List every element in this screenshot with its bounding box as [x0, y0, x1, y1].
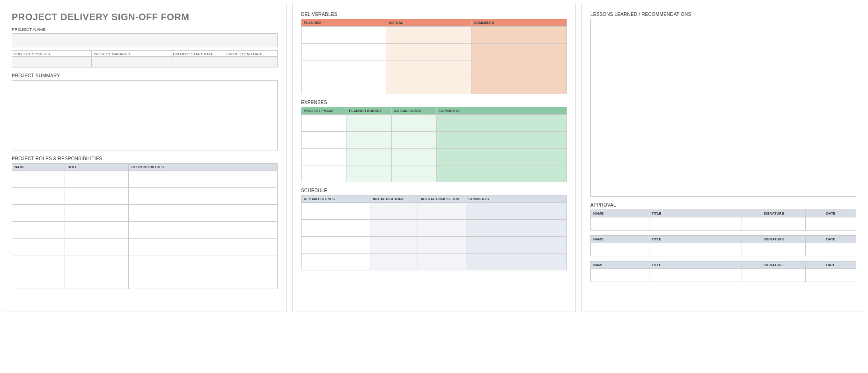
meta-manager-field[interactable] — [92, 56, 171, 67]
approval-block-2: NAME TITLE SIGNATURE DATE — [590, 235, 856, 256]
exp-th-budget: PLANNED BUDGET — [346, 107, 391, 115]
appr-th-sig: SIGNATURE — [742, 236, 806, 243]
appr-th-name: NAME — [591, 261, 649, 269]
exp-th-phase: PROJECT PHASE — [302, 107, 346, 115]
lessons-label: LESSONS LEARNED / RECOMMENDATIONS — [590, 12, 856, 17]
appr-th-sig: SIGNATURE — [742, 261, 806, 269]
summary-label: PROJECT SUMMARY — [12, 73, 278, 78]
project-name-field[interactable] — [12, 33, 278, 47]
sched-th-actual: ACTUAL COMPLETION — [418, 195, 466, 203]
exp-th-comments: COMMENTS — [437, 107, 567, 115]
sched-th-milestones: KEY MILESTONES — [302, 195, 370, 203]
approval-table: NAME TITLE SIGNATURE DATE — [590, 235, 856, 256]
meta-sponsor-label: PROJECT SPONSOR — [12, 51, 91, 56]
appr-th-title: TITLE — [649, 210, 742, 217]
schedule-label: SCHEDULE — [301, 188, 567, 193]
approval-table: NAME TITLE SIGNATURE DATE — [590, 209, 856, 231]
deliverables-label: DELIVERABLES — [301, 12, 567, 17]
table-row[interactable] — [12, 205, 278, 222]
roles-table: NAME ROLE RESPONSIBILITIES — [12, 163, 278, 289]
exp-th-actual: ACTUAL COSTS — [391, 107, 436, 115]
appr-th-title: TITLE — [649, 261, 742, 269]
roles-label: PROJECT ROLES & RESPONSIBILITIES — [12, 156, 278, 161]
deliverables-table: PLANNED ACTUAL COMMENTS — [301, 19, 567, 94]
table-row[interactable] — [12, 255, 278, 272]
table-row[interactable] — [302, 165, 567, 182]
meta-end-label: PROJECT END DATE — [224, 51, 277, 56]
sched-th-comments: COMMENTS — [466, 195, 567, 203]
schedule-table: KEY MILESTONES INITIAL DEADLINE ACTUAL C… — [301, 195, 567, 270]
page-1: PROJECT DELIVERY SIGN-OFF FORM PROJECT N… — [3, 3, 287, 312]
appr-th-name: NAME — [591, 236, 649, 243]
table-row[interactable] — [302, 220, 567, 237]
table-row[interactable] — [12, 171, 278, 188]
sched-th-initial: INITIAL DEADLINE — [370, 195, 418, 203]
meta-end: PROJECT END DATE — [224, 50, 278, 67]
table-row[interactable] — [12, 239, 278, 255]
table-row[interactable] — [302, 149, 567, 165]
project-name-label: PROJECT NAME — [12, 27, 278, 32]
table-row[interactable] — [591, 243, 856, 256]
table-row[interactable] — [302, 237, 567, 254]
appr-th-date: DATE — [806, 236, 856, 243]
meta-sponsor-field[interactable] — [12, 56, 91, 67]
appr-th-name: NAME — [591, 210, 649, 217]
meta-start-field[interactable] — [171, 56, 224, 67]
deliv-th-comments: COMMENTS — [471, 19, 566, 27]
meta-end-field[interactable] — [224, 56, 277, 67]
page-2: DELIVERABLES PLANNED ACTUAL COMMENTS EXP… — [292, 3, 576, 312]
appr-th-sig: SIGNATURE — [742, 210, 806, 217]
table-row[interactable] — [302, 254, 567, 270]
appr-th-title: TITLE — [649, 236, 742, 243]
deliv-th-planned: PLANNED — [302, 19, 386, 27]
table-row[interactable] — [591, 217, 856, 231]
page-3: LESSONS LEARNED / RECOMMENDATIONS APPROV… — [581, 3, 865, 312]
approval-label: APPROVAL — [590, 202, 856, 208]
summary-field[interactable] — [12, 80, 278, 150]
table-row[interactable] — [302, 77, 567, 94]
table-row[interactable] — [302, 60, 567, 77]
table-row[interactable] — [302, 203, 567, 220]
table-row[interactable] — [302, 132, 567, 149]
approval-block-3: NAME TITLE SIGNATURE DATE — [590, 261, 856, 282]
approval-block-1: NAME TITLE SIGNATURE DATE — [590, 209, 856, 231]
table-row[interactable] — [302, 27, 567, 44]
appr-th-date: DATE — [806, 261, 856, 269]
roles-th-resp: RESPONSIBILITIES — [129, 164, 278, 171]
table-row[interactable] — [12, 222, 278, 239]
meta-sponsor: PROJECT SPONSOR — [12, 50, 92, 67]
meta-row: PROJECT SPONSOR PROJECT MANAGER PROJECT … — [12, 50, 278, 67]
meta-manager-label: PROJECT MANAGER — [92, 51, 171, 56]
meta-start-label: PROJECT START DATE — [171, 51, 224, 56]
appr-th-date: DATE — [806, 210, 856, 217]
lessons-field[interactable] — [590, 19, 856, 197]
table-row[interactable] — [591, 269, 856, 282]
meta-start: PROJECT START DATE — [171, 50, 225, 67]
table-row[interactable] — [12, 188, 278, 205]
deliv-th-actual: ACTUAL — [386, 19, 471, 27]
table-row[interactable] — [302, 44, 567, 60]
table-row[interactable] — [12, 272, 278, 289]
roles-th-role: ROLE — [65, 164, 129, 171]
table-row[interactable] — [302, 115, 567, 132]
workspace: PROJECT DELIVERY SIGN-OFF FORM PROJECT N… — [0, 0, 868, 315]
meta-manager: PROJECT MANAGER — [92, 50, 171, 67]
roles-th-name: NAME — [12, 164, 65, 171]
form-title: PROJECT DELIVERY SIGN-OFF FORM — [12, 12, 278, 22]
approval-table: NAME TITLE SIGNATURE DATE — [590, 261, 856, 282]
expenses-label: EXPENSES — [301, 100, 567, 105]
expenses-table: PROJECT PHASE PLANNED BUDGET ACTUAL COST… — [301, 107, 567, 182]
